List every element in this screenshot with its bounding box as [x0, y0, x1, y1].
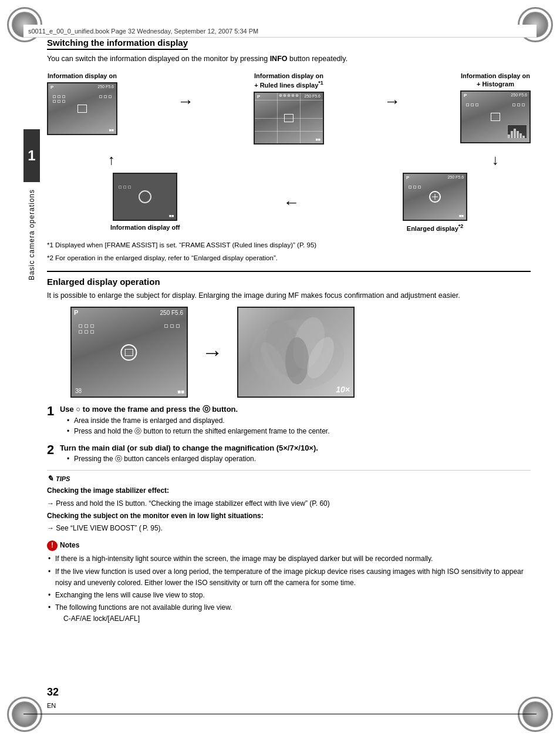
chapter-number: 1 — [23, 129, 40, 182]
tips-block: ✎ TIPS Checking the image stabilizer eff… — [47, 470, 531, 534]
step-number-1: 1 — [47, 404, 54, 419]
side-tab: 1 Basic camera operations — [23, 129, 40, 622]
cam-screen-enlarged: P 250 F5.6 ■■ — [403, 173, 467, 221]
cam-large-screen: P 250 F5.6 — [70, 307, 188, 398]
cam-screen-on: P 250 F5.6 — [47, 82, 117, 135]
tips-item2-text: → See “LIVE VIEW BOOST” ( P. 95). — [47, 523, 531, 534]
magnify-badge: 10× — [336, 385, 350, 394]
arrow-enlarge: → — [202, 340, 223, 365]
arrow-1: → — [177, 92, 194, 111]
display-diagram-top: Information display on P 250 F5.6 — [47, 72, 531, 145]
svg-rect-3 — [517, 131, 519, 138]
tips-header: ✎ TIPS — [47, 474, 531, 483]
enlarged-diagram: P 250 F5.6 — [70, 307, 531, 398]
section2-title: Enlarged display operation — [47, 277, 531, 287]
display-diagram-bottom: ■■ Information display off ← P 250 F5.6 — [47, 173, 531, 235]
main-content: Switching the information display You ca… — [47, 38, 531, 704]
label-ruled: Information display on + Ruled lines dis… — [254, 72, 323, 89]
step-number-2: 2 — [47, 442, 54, 458]
section1-intro: You can switch the information displayed… — [47, 53, 531, 65]
note-item-3: Exchanging the lens will cause live view… — [47, 590, 531, 601]
cam-enlarged-result: 10× — [237, 307, 355, 398]
footnote-1: *1 Displayed when [FRAME ASSIST] is set.… — [47, 240, 531, 250]
diagram-display-on: Information display on P 250 F5.6 — [47, 72, 117, 135]
arrow-2: → — [384, 92, 400, 111]
note-item-4-sub: C-AF/AE lock/[AEL/AFL] — [55, 613, 531, 624]
tips-item1-text: → Press and hold the IS button. “Checkin… — [47, 498, 531, 509]
header-text: s0011_e_00_0_unified.book Page 32 Wednes… — [28, 28, 258, 35]
frame-line-bottom — [23, 714, 537, 714]
footnote-2: *2 For operation in the enlarged display… — [47, 253, 531, 263]
step2-bullets: Pressing the ⓞ button cancels enlarged d… — [67, 454, 522, 464]
svg-rect-1 — [511, 131, 513, 138]
arrow-3: ← — [283, 193, 299, 212]
chapter-title: Basic camera operations — [28, 189, 36, 280]
cam-screen-off: ■■ — [113, 173, 177, 221]
svg-rect-0 — [508, 135, 510, 138]
diagram-off: ■■ Information display off — [110, 173, 180, 234]
cam-screen-ruled: P 250 F5.6 — [254, 92, 324, 145]
header-bar: s0011_e_00_0_unified.book Page 32 Wednes… — [23, 25, 537, 38]
diagram-ruled: Information display on + Ruled lines dis… — [254, 72, 324, 145]
diagram-histogram: Information display on + Histogram P 250… — [460, 72, 531, 144]
svg-point-9 — [285, 337, 309, 384]
section-enlarged: Enlarged display operation It is possibl… — [47, 277, 531, 625]
label-off: Information display off — [110, 223, 180, 231]
note-item-4: The following functions are not availabl… — [47, 602, 531, 624]
step1-bullet-2: Press and hold the ⓞ button to return th… — [67, 426, 522, 436]
page-num: 32 — [47, 686, 59, 698]
tips-item1-label: Checking the image stabilizer effect: — [47, 486, 169, 495]
tips-item2-label: Checking the subject on the monitor even… — [47, 512, 264, 520]
notes-header: ! Notes — [47, 540, 531, 551]
page-number-block: 32 EN — [47, 686, 59, 711]
svg-rect-5 — [522, 136, 525, 138]
diagram-enlarged-small: P 250 F5.6 ■■ Enlarged display*2 — [403, 173, 467, 235]
step1-bullet-1: Area inside the frame is enlarged and di… — [67, 415, 522, 426]
step1-bullets: Area inside the frame is enlarged and di… — [67, 415, 522, 436]
section1-title: Switching the information display — [47, 38, 188, 50]
step-2: 2 Turn the main dial (or sub dial) to ch… — [47, 442, 531, 465]
tips-label: TIPS — [56, 475, 70, 482]
diagram-arrows-mid: ↑ ↓ — [47, 149, 531, 170]
step2-bullet-1: Pressing the ⓞ button cancels enlarged d… — [67, 454, 522, 464]
page-lang: EN — [47, 702, 56, 709]
section2-intro: It is possible to enlarge the subject fo… — [47, 290, 531, 301]
step-1: 1 Use ○ to move the frame and press the … — [47, 404, 531, 436]
notes-block: ! Notes If there is a high-intensity lig… — [47, 540, 531, 624]
tips-content: Checking the image stabilizer effect: → … — [47, 485, 531, 534]
cam-screen-histogram: P 250 F5.6 — [460, 90, 531, 143]
note-item-2: If the live view function is used over a… — [47, 566, 531, 589]
svg-rect-4 — [519, 133, 522, 138]
notes-title: Notes — [60, 540, 79, 551]
label-display-on: Information display on — [48, 72, 117, 80]
label-histogram: Information display on + Histogram — [461, 72, 530, 89]
label-enlarged: Enlarged display*2 — [407, 223, 464, 233]
svg-rect-2 — [514, 129, 516, 138]
section-switching: Switching the information display You ca… — [47, 38, 531, 264]
step2-main: Turn the main dial (or sub dial) to chan… — [60, 442, 522, 454]
notes-list: If there is a high-intensity light sourc… — [47, 553, 531, 624]
section-divider — [47, 271, 531, 272]
notes-icon: ! — [47, 540, 58, 551]
step1-main: Use ○ to move the frame and press the ⓞ … — [60, 404, 522, 415]
corner-decoration-bl — [7, 697, 42, 732]
note-item-1: If there is a high-intensity light sourc… — [47, 553, 531, 565]
